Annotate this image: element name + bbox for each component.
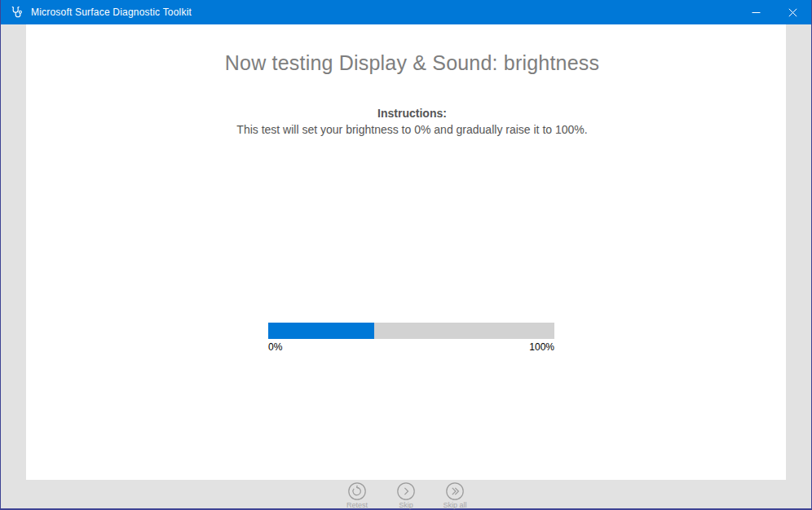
skip-button[interactable]: Skip [382,482,430,509]
progress-fill [268,323,374,339]
skip-all-button[interactable]: Skip all [430,482,479,509]
window-title: Microsoft Surface Diagnostic Toolkit [31,7,192,18]
content-panel: Now testing Display & Sound: brightness … [26,24,786,480]
minimize-button[interactable] [738,0,774,24]
double-chevron-right-icon [446,482,464,500]
progress-labels: 0% 100% [268,341,554,353]
progress-track [268,323,554,339]
progress-bar: 0% 100% [268,323,554,353]
skip-all-label: Skip all [443,501,466,509]
close-button[interactable] [774,0,811,24]
progress-min-label: 0% [268,341,282,353]
instructions-label: Instructions: [38,107,786,120]
restart-icon [348,482,366,500]
app-window: Microsoft Surface Diagnostic Toolkit Now… [0,0,812,510]
progress-max-label: 100% [529,341,554,353]
caption-buttons [738,0,811,24]
retest-button[interactable]: Retest [333,482,382,509]
page-title: Now testing Display & Sound: brightness [38,51,786,75]
window-body: Now testing Display & Sound: brightness … [1,24,811,508]
titlebar: Microsoft Surface Diagnostic Toolkit [1,0,811,24]
footer-toolbar: Retest Skip [1,480,811,508]
skip-label: Skip [399,501,413,509]
retest-label: Retest [346,501,368,509]
chevron-right-icon [397,482,415,500]
stethoscope-icon [9,5,24,20]
instructions-text: This test will set your brightness to 0%… [38,123,786,136]
